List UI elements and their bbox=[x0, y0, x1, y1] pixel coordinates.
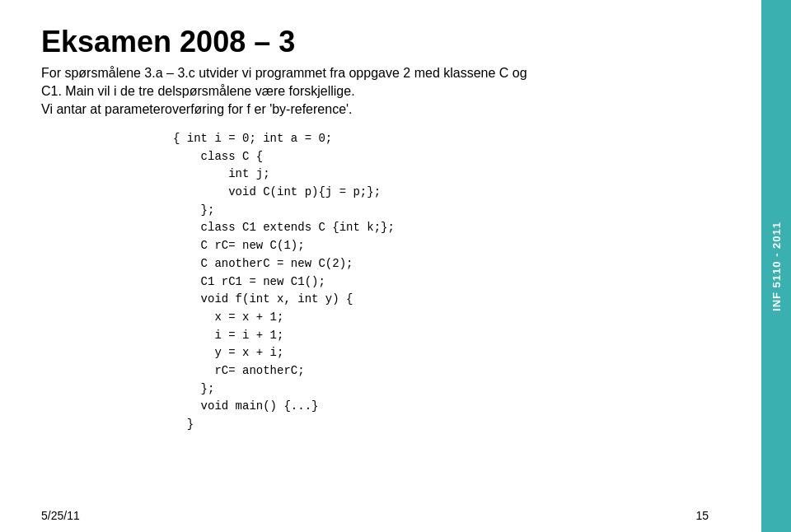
code-content: { int i = 0; int a = 0; class C { int j;… bbox=[173, 130, 750, 434]
page-title: Eksamen 2008 – 3 bbox=[41, 25, 750, 59]
sidebar-label-text: INF 5110 - 2011 bbox=[770, 222, 783, 311]
subtitle-line1: For spørsmålene 3.a – 3.c utvider vi pro… bbox=[41, 66, 750, 81]
code-block: { int i = 0; int a = 0; class C { int j;… bbox=[173, 130, 750, 434]
subtitle-line3: Vi antar at parameteroverføring for f er… bbox=[41, 102, 750, 117]
footer-date: 5/25/11 bbox=[41, 509, 80, 522]
subtitle-line2: C1. Main vil i de tre delspørsmålene vær… bbox=[41, 84, 750, 99]
footer: 5/25/11 15 bbox=[41, 509, 750, 522]
sidebar-label: INF 5110 - 2011 bbox=[761, 0, 791, 532]
page-container: Eksamen 2008 – 3 For spørsmålene 3.a – 3… bbox=[0, 0, 791, 532]
footer-page: 15 bbox=[695, 509, 709, 522]
